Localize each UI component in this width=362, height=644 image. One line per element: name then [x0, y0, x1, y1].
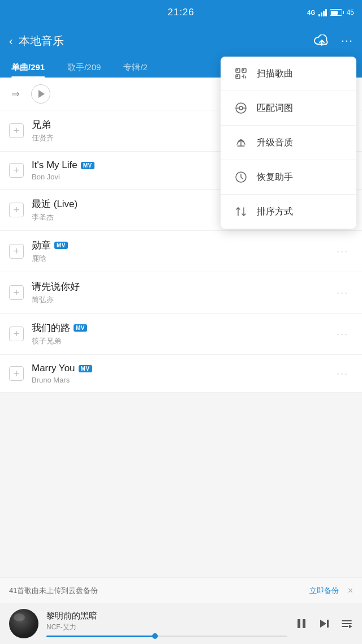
menu-item-restore[interactable]: 恢复助手: [221, 160, 356, 195]
dropdown-menu: 扫描歌曲 匹配词图: [221, 57, 356, 229]
status-bar: 21:26 4G 45: [0, 0, 362, 25]
scan-icon: [234, 67, 248, 80]
header: ‹ 本地音乐 ···: [0, 25, 362, 57]
menu-item-label: 匹配词图: [257, 102, 293, 114]
sort-icon: [234, 205, 248, 218]
status-time: 21:26: [167, 7, 195, 18]
restore-icon: [234, 170, 248, 184]
svg-point-8: [239, 106, 243, 110]
upgrade-icon: [234, 136, 248, 149]
svg-point-5: [243, 69, 244, 71]
cloud-icon[interactable]: [314, 35, 330, 47]
menu-item-sort[interactable]: 排序方式: [221, 195, 356, 229]
menu-item-match[interactable]: 匹配词图: [221, 91, 356, 126]
menu-item-label: 升级音质: [257, 137, 293, 149]
status-4g-icon: 4G: [307, 9, 316, 16]
svg-point-6: [236, 75, 238, 77]
battery-icon: [330, 9, 344, 16]
battery-percent: 45: [347, 8, 354, 16]
menu-item-label: 排序方式: [257, 206, 293, 218]
more-menu-button[interactable]: ···: [341, 33, 353, 48]
back-button[interactable]: ‹: [9, 35, 13, 48]
status-right: 4G 45: [307, 8, 354, 16]
match-icon: [234, 101, 248, 115]
signal-icon: [318, 8, 327, 16]
menu-item-label: 扫描歌曲: [257, 68, 293, 80]
header-icons: ···: [314, 33, 353, 48]
menu-item-label: 恢复助手: [257, 171, 293, 183]
dropdown-overlay: 扫描歌曲 匹配词图: [0, 57, 362, 644]
svg-point-4: [236, 69, 238, 71]
page-title: 本地音乐: [19, 33, 314, 49]
menu-item-upgrade[interactable]: 升级音质: [221, 126, 356, 160]
menu-item-scan[interactable]: 扫描歌曲: [221, 57, 356, 91]
